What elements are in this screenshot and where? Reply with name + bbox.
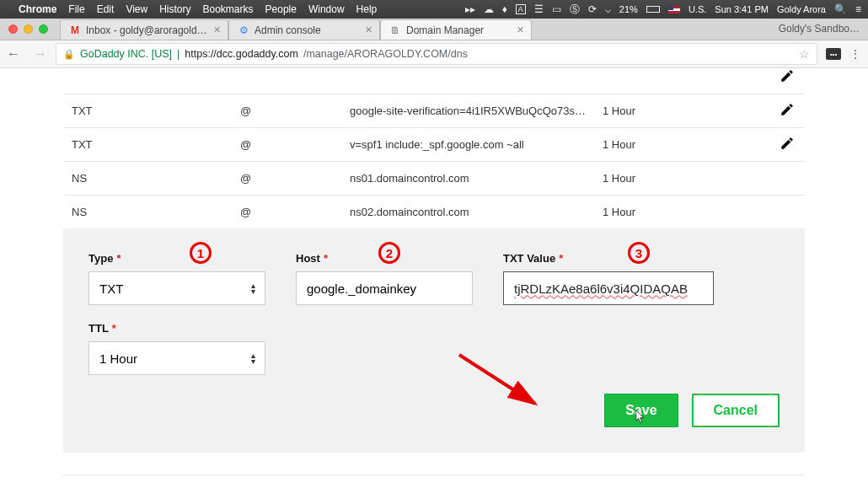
dns-host: @ <box>240 172 350 185</box>
dns-value: v=spf1 include:_spf.google.com ~all <box>350 138 603 151</box>
macos-menubar: Chrome File Edit View History Bookmarks … <box>0 0 868 19</box>
sliders-icon[interactable]: ☰ <box>534 3 544 15</box>
menubar-right: ▸▸ ☁ ♦ A ☰ ▭ Ⓢ ⟳ ⌵ 21% U.S. Sun 3:41 PM … <box>465 3 861 17</box>
dns-host: @ <box>240 105 350 117</box>
dns-ttl: 1 Hour <box>603 105 721 117</box>
host-input[interactable] <box>296 271 473 305</box>
dns-ttl: 1 Hour <box>603 206 721 218</box>
tab-admin-console[interactable]: ⚙ Admin console ✕ <box>228 19 380 40</box>
wifi-icon[interactable]: ⌵ <box>605 3 611 15</box>
menubar-item[interactable]: Help <box>356 3 378 15</box>
play-icon[interactable]: ▸▸ <box>465 3 475 15</box>
dns-value: ns01.domaincontrol.com <box>350 172 603 185</box>
tab-title: Admin console <box>255 24 360 36</box>
tab-title: Domain Manager <box>406 24 512 36</box>
clock-text: Sun 3:41 PM <box>715 4 769 14</box>
menubar-item[interactable]: Bookmarks <box>203 3 254 15</box>
svg-line-0 <box>459 355 535 404</box>
annotation-callout-2: 2 <box>378 242 400 264</box>
tab-title: Inbox - goldy@aroragoldy.com <box>86 24 208 36</box>
user-text[interactable]: Goldy Arora <box>777 4 826 14</box>
tab-inbox[interactable]: M Inbox - goldy@aroragoldy.com ✕ <box>60 19 228 40</box>
menubar-item[interactable]: File <box>68 3 84 15</box>
cancel-button[interactable]: Cancel <box>692 394 780 427</box>
tab-close-icon[interactable]: ✕ <box>213 24 221 35</box>
add-record-panel: Type* TXT ▴▾ 1 Host* 2 TXT Value* <box>63 228 805 453</box>
notifications-icon[interactable]: ≡ <box>855 3 861 15</box>
bookmark-star-icon[interactable]: ☆ <box>799 47 810 61</box>
chrome-toolbar: ← → 🔒 GoDaddy INC. [US] | https://dcc.go… <box>0 40 868 68</box>
address-bar[interactable]: 🔒 GoDaddy INC. [US] | https://dcc.godadd… <box>56 43 817 65</box>
tab-close-icon[interactable]: ✕ <box>517 24 524 35</box>
display-icon[interactable]: ▭ <box>552 3 561 15</box>
cloud-icon[interactable]: ☁ <box>484 3 494 15</box>
battery-icon[interactable] <box>646 6 660 13</box>
dns-type: TXT <box>63 105 240 117</box>
menubar-item[interactable]: People <box>265 3 297 15</box>
menubar-left: Chrome File Edit View History Bookmarks … <box>7 3 377 15</box>
generic-favicon-icon: 🗎 <box>389 24 401 36</box>
dns-value: google-site-verification=4i1IR5XWBuQcQo7… <box>350 105 603 117</box>
maximize-window-button[interactable] <box>39 24 48 34</box>
dns-value: ns02.domaincontrol.com <box>350 206 603 218</box>
chrome-profile-label[interactable]: Goldy's Sandbo… <box>779 23 860 35</box>
annotation-arrow <box>459 355 560 417</box>
tabs: M Inbox - goldy@aroragoldy.com ✕ ⚙ Admin… <box>60 19 532 40</box>
cursor-icon <box>635 410 647 425</box>
back-button[interactable]: ← <box>7 46 20 62</box>
edit-record-button[interactable] <box>780 107 795 120</box>
search-icon[interactable]: 🔍 <box>834 3 847 15</box>
leaf-icon[interactable]: ♦ <box>502 3 507 15</box>
host-field-group: Host* 2 <box>296 252 473 305</box>
dns-type: TXT <box>63 138 240 151</box>
cert-separator: | <box>177 48 179 60</box>
battery-text: 21% <box>619 4 638 14</box>
forward-button[interactable]: → <box>34 46 47 62</box>
dns-type: NS <box>63 172 240 185</box>
google-admin-favicon-icon: ⚙ <box>238 24 249 36</box>
gmail-favicon-icon: M <box>69 24 81 36</box>
type-label: Type* <box>88 252 265 265</box>
window-controls <box>8 24 48 34</box>
ttl-select[interactable]: 1 Hour <box>88 341 265 375</box>
txt-value-input[interactable]: tjRDLzKAe8a6l6v3i4QIDAQAB <box>503 271 714 305</box>
toolbar-extensions: ••• ⋮ <box>826 47 861 61</box>
dns-ttl: 1 Hour <box>603 138 721 151</box>
dns-row: TXT @ v=spf1 include:_spf.google.com ~al… <box>63 127 805 161</box>
box-icon[interactable]: A <box>516 4 526 14</box>
url-path: /manage/ARORAGOLDY.COM/dns <box>303 48 468 60</box>
extension-icon[interactable]: ••• <box>826 48 841 60</box>
menubar-item[interactable]: Window <box>308 3 345 15</box>
dns-host: @ <box>240 206 350 218</box>
s-chat-icon[interactable]: Ⓢ <box>570 3 580 17</box>
dns-host: @ <box>240 138 350 151</box>
close-window-button[interactable] <box>8 24 18 34</box>
type-select[interactable]: TXT <box>88 271 265 305</box>
dns-row: NS @ ns01.domaincontrol.com 1 Hour <box>63 161 805 195</box>
tab-domain-manager[interactable]: 🗎 Domain Manager ✕ <box>380 19 532 40</box>
dns-row-partial <box>63 68 805 94</box>
menubar-item[interactable]: View <box>126 3 147 15</box>
page-content: TXT @ google-site-verification=4i1IR5XWB… <box>0 68 868 488</box>
refresh-icon[interactable]: ⟳ <box>588 3 597 15</box>
chrome-menu-icon[interactable]: ⋮ <box>849 47 861 61</box>
annotation-callout-1: 1 <box>190 242 212 264</box>
dns-row: NS @ ns02.domaincontrol.com 1 Hour <box>63 195 805 228</box>
menubar-app[interactable]: Chrome <box>19 3 56 15</box>
menubar-item[interactable]: Edit <box>97 3 115 15</box>
locale-text: U.S. <box>689 4 706 14</box>
ev-cert-org: GoDaddy INC. [US] <box>80 48 172 60</box>
annotation-callout-3: 3 <box>628 242 650 264</box>
edit-record-button[interactable] <box>780 73 795 86</box>
type-field-group: Type* TXT ▴▾ 1 <box>88 252 265 305</box>
menubar-item[interactable]: History <box>159 3 190 15</box>
minimize-window-button[interactable] <box>24 24 33 34</box>
save-button[interactable]: Save <box>604 394 678 427</box>
dns-ttl: 1 Hour <box>603 172 721 185</box>
ttl-label: TTL* <box>88 322 265 335</box>
txt-value-label: TXT Value* <box>503 252 714 265</box>
tab-close-icon[interactable]: ✕ <box>365 24 372 35</box>
txt-value-field-group: TXT Value* tjRDLzKAe8a6l6v3i4QIDAQAB 3 <box>503 252 714 305</box>
edit-record-button[interactable] <box>780 141 795 153</box>
flag-icon[interactable] <box>668 6 680 13</box>
